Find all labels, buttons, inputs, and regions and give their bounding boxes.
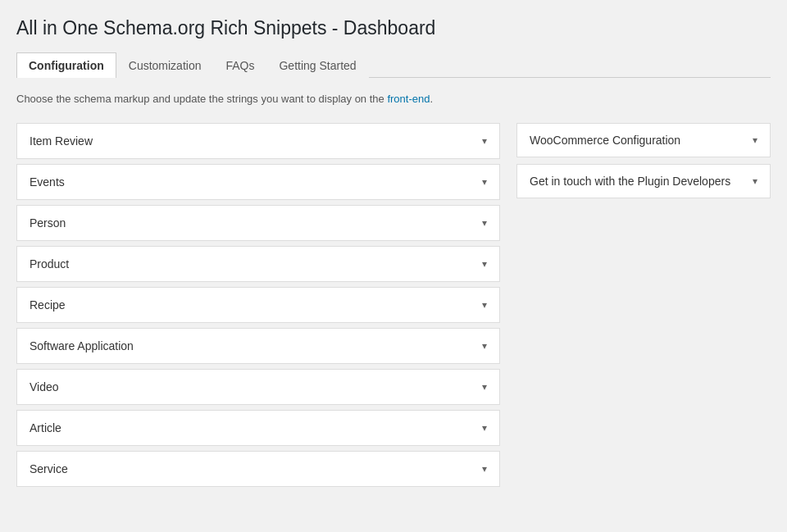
accordion-label-person: Person: [30, 216, 66, 230]
accordion-person[interactable]: Person ▾: [16, 205, 500, 241]
accordion-label-product: Product: [30, 257, 69, 271]
right-dropdown-woocommerce-config[interactable]: WooCommerce Configuration ▾: [516, 123, 771, 157]
right-dropdown-label-woocommerce-config: WooCommerce Configuration: [530, 134, 680, 147]
chevron-down-icon: ▾: [482, 176, 487, 188]
chevron-down-icon: ▾: [482, 217, 487, 229]
tab-configuration[interactable]: Configuration: [16, 52, 116, 78]
tabs-bar: ConfigurationCustomizationFAQsGetting St…: [16, 52, 771, 78]
accordion-software-application[interactable]: Software Application ▾: [16, 328, 500, 364]
right-dropdown-label-get-in-touch: Get in touch with the Plugin Developers: [530, 175, 730, 188]
accordion-label-software-application: Software Application: [30, 339, 134, 352]
tab-customization[interactable]: Customization: [116, 52, 214, 78]
accordion-product[interactable]: Product ▾: [16, 246, 500, 282]
accordion-label-article: Article: [30, 421, 61, 434]
right-dropdown-header-woocommerce-config: WooCommerce Configuration ▾: [517, 124, 770, 157]
accordion-header-item-review: Item Review ▾: [17, 124, 499, 158]
chevron-down-icon: ▾: [753, 134, 757, 146]
accordion-recipe[interactable]: Recipe ▾: [16, 287, 500, 323]
right-dropdown-get-in-touch[interactable]: Get in touch with the Plugin Developers …: [516, 164, 771, 198]
chevron-down-icon: ▾: [482, 381, 487, 393]
accordion-label-item-review: Item Review: [30, 134, 93, 148]
accordion-header-person: Person ▾: [17, 206, 499, 240]
accordion-label-recipe: Recipe: [30, 298, 66, 311]
accordion-header-events: Events ▾: [17, 165, 499, 199]
front-end-link[interactable]: front-end: [387, 93, 430, 105]
chevron-down-icon: ▾: [753, 175, 757, 187]
accordion-header-video: Video ▾: [17, 370, 499, 404]
accordion-header-service: Service ▾: [17, 452, 499, 486]
tab-faqs[interactable]: FAQs: [213, 52, 266, 78]
page-wrapper: All in One Schema.org Rich Snippets - Da…: [0, 0, 787, 508]
description-text: Choose the schema markup and update the …: [16, 91, 771, 108]
chevron-down-icon: ▾: [482, 340, 487, 352]
chevron-down-icon: ▾: [482, 422, 487, 434]
accordion-video[interactable]: Video ▾: [16, 369, 500, 405]
accordion-service[interactable]: Service ▾: [16, 451, 500, 487]
accordion-label-video: Video: [30, 380, 59, 393]
tab-getting-started[interactable]: Getting Started: [266, 52, 368, 78]
accordion-header-product: Product ▾: [17, 247, 499, 281]
accordion-article[interactable]: Article ▾: [16, 410, 500, 446]
page-title: All in One Schema.org Rich Snippets - Da…: [16, 16, 771, 41]
accordion-label-service: Service: [30, 462, 68, 475]
left-column: Item Review ▾ Events ▾ Person ▾ Product …: [16, 123, 500, 492]
accordion-label-events: Events: [30, 175, 65, 189]
accordion-header-software-application: Software Application ▾: [17, 329, 499, 363]
right-column: WooCommerce Configuration ▾ Get in touch…: [516, 123, 771, 205]
chevron-down-icon: ▾: [482, 258, 487, 270]
chevron-down-icon: ▾: [482, 135, 487, 147]
right-dropdown-header-get-in-touch: Get in touch with the Plugin Developers …: [517, 165, 770, 198]
chevron-down-icon: ▾: [482, 463, 487, 475]
accordion-header-recipe: Recipe ▾: [17, 288, 499, 322]
main-content: Item Review ▾ Events ▾ Person ▾ Product …: [16, 123, 771, 492]
chevron-down-icon: ▾: [482, 299, 487, 311]
accordion-events[interactable]: Events ▾: [16, 164, 500, 200]
accordion-item-review[interactable]: Item Review ▾: [16, 123, 500, 159]
accordion-header-article: Article ▾: [17, 411, 499, 445]
